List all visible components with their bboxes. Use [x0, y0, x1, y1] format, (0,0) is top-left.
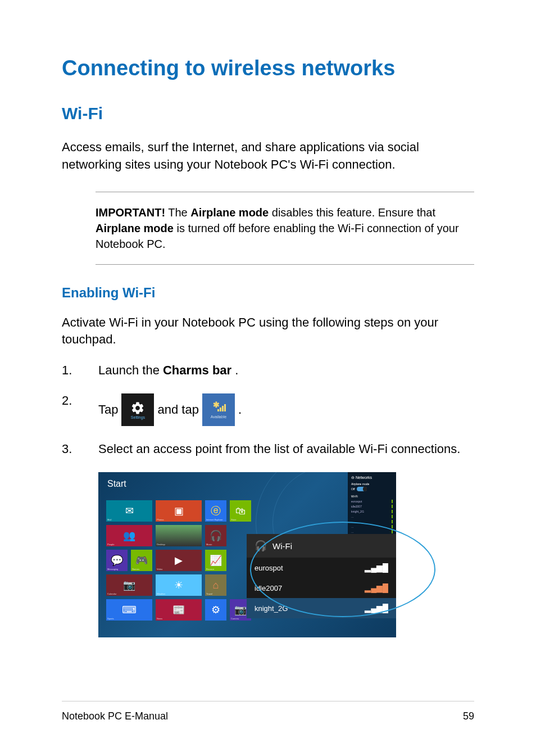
tile-calendar: 📷Calendar	[106, 574, 152, 596]
wifi-network-row: idle2007 ▂▄▆█	[247, 578, 396, 598]
tile-music: 🎧Music	[205, 525, 226, 546]
charms-bar-term: Charms bar	[163, 363, 231, 378]
tile-people: 👥People	[106, 525, 152, 546]
step-3-number: 3.	[62, 442, 98, 456]
svg-rect-1	[217, 409, 219, 411]
step-2-number: 2.	[62, 393, 98, 408]
signal-icon	[392, 530, 393, 533]
important-callout: IMPORTANT! The Airplane mode disables th…	[96, 192, 474, 265]
steps-list: 1. Launch the Charms bar. 2. Tap Setting…	[62, 363, 474, 456]
enabling-wifi-intro: Activate Wi-Fi in your Notebook PC using…	[62, 314, 474, 349]
network-item: ...	[351, 515, 393, 518]
important-text: IMPORTANT! The Airplane mode disables th…	[96, 205, 474, 252]
wifi-network-row-selected: knight_2G ▂▄▆█	[247, 598, 396, 618]
page-title: Connecting to wireless networks	[62, 56, 474, 80]
tile-finance: 📈Finance	[205, 550, 226, 571]
signal-icon	[392, 500, 393, 503]
start-label: Start	[107, 479, 126, 489]
tile-video: ▶Video	[156, 550, 202, 571]
step-3: 3. Select an access point from the list …	[62, 442, 474, 456]
wifi-flyout-panel: 🎧 Wi-Fi eurospot ▂▄▆█ idle2007 ▂▄▆█ knig…	[247, 534, 396, 618]
wifi-panel-header: 🎧 Wi-Fi	[247, 534, 396, 558]
signal-icon	[392, 520, 393, 523]
page-number: 59	[463, 710, 474, 722]
tile-mail: ✉Mail	[106, 500, 152, 522]
network-item: eurospot	[351, 500, 393, 503]
network-item: ...	[351, 520, 393, 523]
section-title-enabling-wifi: Enabling Wi-Fi	[62, 285, 474, 301]
tile-photos: ▣Photos	[156, 500, 202, 522]
page-footer: Notebook PC E-Manual 59	[62, 701, 474, 722]
gear-icon	[130, 401, 145, 415]
step-2: 2. Tap Settings and tap ✱ Avai	[62, 393, 474, 426]
signal-icon	[392, 505, 393, 508]
signal-bars-icon: ▂▄▆█	[365, 583, 388, 592]
signal-bars-icon: ▂▄▆█	[365, 604, 388, 613]
tile-messaging: 💬Messaging	[106, 550, 128, 571]
section-title-wifi: Wi-Fi	[62, 104, 474, 123]
svg-rect-4	[224, 404, 226, 411]
signal-bars-icon: ▂▄▆█	[365, 563, 388, 572]
footer-title: Notebook PC E-Manual	[62, 710, 168, 722]
headphones-icon: 🎧	[255, 540, 267, 552]
tile-store: 🛍Store	[230, 500, 251, 522]
step-3-text: Select an access point from the list of …	[98, 442, 474, 456]
tile-grid: ✉Mail ▣Photos ⓔInternet Explorer 🛍Store …	[106, 500, 251, 621]
airplane-mode-term-2: Airplane mode	[96, 222, 174, 234]
tile-sports: ⌨Sports	[106, 599, 152, 621]
wifi-network-row: eurospot ▂▄▆█	[247, 558, 396, 578]
wifi-panel-title: Wi-Fi	[272, 541, 292, 551]
signal-icon	[392, 525, 393, 528]
tile-games: 🎮Games	[131, 550, 152, 571]
step-1: 1. Launch the Charms bar.	[62, 363, 474, 378]
step-1-number: 1.	[62, 363, 98, 378]
svg-rect-3	[222, 406, 224, 411]
svg-rect-2	[220, 408, 221, 411]
tile-bing: ⚙	[205, 599, 226, 621]
signal-icon	[392, 510, 393, 513]
signal-icon	[392, 515, 393, 518]
tile-travel: ⌂Travel	[205, 574, 226, 596]
important-label: IMPORTANT!	[96, 206, 165, 219]
network-item: ...	[351, 530, 393, 533]
network-item: knight_2G	[351, 510, 393, 513]
svg-text:✱: ✱	[213, 401, 220, 409]
settings-charm-icon: Settings	[121, 393, 154, 426]
start-screen-screenshot: Start ✉Mail ▣Photos ⓔInternet Explorer 🛍…	[98, 472, 396, 637]
wifi-intro-text: Access emails, surf the Internet, and sh…	[62, 139, 474, 174]
signal-asterisk-icon: ✱	[211, 401, 226, 415]
airplane-mode-term-1: Airplane mode	[190, 206, 269, 219]
tile-ie: ⓔInternet Explorer	[205, 500, 226, 522]
networks-panel-title: ⊖ Networks	[351, 476, 393, 480]
tile-desktop: Desktop	[156, 525, 202, 546]
network-item: idle2007	[351, 505, 393, 508]
tile-news: 📰News	[156, 599, 202, 621]
tile-weather: ☀Weather	[156, 574, 202, 596]
available-network-icon: ✱ Available	[202, 393, 235, 426]
airplane-toggle	[357, 487, 367, 491]
network-item: ...	[351, 525, 393, 528]
